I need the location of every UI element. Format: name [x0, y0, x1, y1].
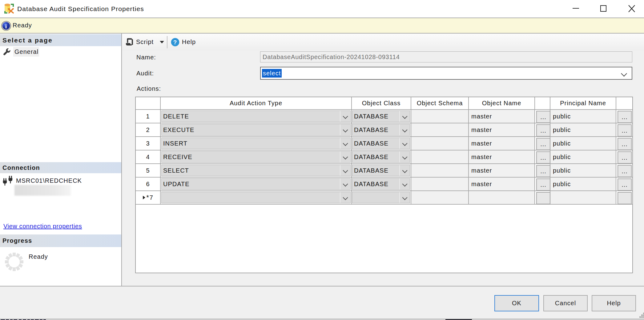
svg-text:?: ?: [173, 39, 177, 46]
svg-text:i: i: [5, 23, 7, 30]
